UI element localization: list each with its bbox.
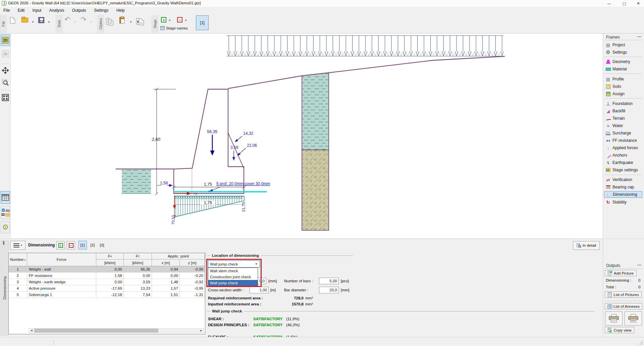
col-header-number[interactable]: Number▴ [9,253,27,266]
remove-stage-caret[interactable]: ▾ [185,19,186,22]
frames-item-earthquake[interactable]: ↯Earthquake [604,159,642,166]
dropdown-option-wall-jump[interactable]: Wall jump check [208,280,258,286]
undo-caret[interactable]: ▾ [74,20,76,23]
col-header-applic-point[interactable]: Applic. point [152,253,205,260]
add-dimensioning-button[interactable]: + [56,241,65,249]
table-horizontal-scrollbar[interactable]: ◀ ▶ [29,328,204,333]
frames-item-dimensioning[interactable]: ∟Dimensioning [604,191,642,198]
col-header-z[interactable]: z [m] [180,260,205,266]
paste-caret[interactable]: ▾ [130,20,131,23]
col-header-fz[interactable]: Fz [124,253,152,260]
annotation-settings-button[interactable]: Ab [1,206,10,219]
view-2d-button[interactable]: 2D [1,35,10,46]
menu-edit[interactable]: Edit [14,7,28,14]
frames-item-stability[interactable]: ↻Stability [604,199,642,206]
save-caret[interactable]: ▾ [48,20,50,23]
table-row[interactable]: 2FF resistance1,580,000,00-0,20 [9,273,205,279]
diameter-field[interactable]: 20,0 [319,287,339,293]
undo-button[interactable]: ↶ [64,16,70,23]
frames-item-verification[interactable]: ⇄Verification [604,176,642,183]
print-picture-button[interactable] [625,311,642,326]
redo-button[interactable]: ↷ [80,16,87,23]
stage-tab-1[interactable]: [1] [78,241,87,249]
menu-analysis[interactable]: Analysis [46,7,68,14]
frames-item-anchors[interactable]: Anchors [604,152,642,159]
dropdown-option-wall-stem[interactable]: Wall stem check [208,268,258,274]
frames-item-geometry[interactable]: Geometry [604,58,642,65]
redo-caret[interactable]: ▾ [91,20,92,23]
frames-item-backfill[interactable]: ◢Backfill [604,108,642,114]
panel-pin-icon[interactable] [3,241,4,245]
frames-item-ff-resistance[interactable]: ↤FF resistance [604,137,642,144]
view-3d-button[interactable]: 3D [1,49,10,59]
scrollbar-thumb[interactable] [34,329,158,333]
copy-picture-button[interactable] [136,17,144,25]
side-tab-dimensioning[interactable]: Dimensioning [1,240,9,336]
frames-item-project[interactable]: ▤Project [604,42,642,48]
drawing-canvas[interactable]: 2,60 56,35 3,59 14,32 22,06 1,58 1,75 5 … [11,34,603,238]
add-picture-button[interactable]: Add Picture [605,270,637,276]
scroll-left-icon[interactable]: ◀ [29,329,34,333]
paste-button[interactable] [119,17,124,23]
open-file-caret[interactable]: ▾ [32,20,34,23]
maximize-button[interactable]: ▢ [618,0,631,7]
table-row[interactable]: 5Sobrecarga 1-12,187,541,51-1,31 [9,292,205,298]
frames-item-stage-settings[interactable]: 12Stage settings [604,167,642,173]
save-button[interactable] [38,17,44,23]
stage-names-button[interactable]: Stage names [160,26,188,30]
add-stage-button[interactable]: + [161,17,166,22]
col-header-fx[interactable]: Fx [96,253,124,260]
close-button[interactable]: ✕ [633,0,644,7]
list-of-annexes-button[interactable]: List of Annexes [605,303,642,309]
zoom-window-button[interactable] [1,78,10,87]
copy-view-button[interactable]: Copy view [605,327,634,333]
minimize-button[interactable]: — [602,0,616,7]
add-stage-caret[interactable]: ▾ [169,19,170,22]
frames-item-soils[interactable]: Soils [604,83,642,90]
table-view-button[interactable] [1,191,10,204]
frames-item-material[interactable]: Material [604,66,642,72]
scroll-right-icon[interactable]: ▶ [199,329,204,333]
open-file-button[interactable] [21,18,28,22]
table-row[interactable]: 4Active pressure-17,6513,231,57-0,95 [9,285,205,292]
fit-view-button[interactable] [1,93,10,103]
width-field[interactable]: 1,00 [250,287,269,293]
dimensioning-list-button[interactable]: ▾ [10,241,25,250]
pan-tool-button[interactable] [1,66,10,75]
frames-item-bearing-cap[interactable]: Bearing cap. [604,184,642,190]
bars-field[interactable]: 5,00 [319,278,339,284]
remove-stage-button[interactable]: − [177,17,182,22]
in-detail-button[interactable]: In detail [573,241,600,250]
frames-item-profile[interactable]: ▤Profile [604,76,642,82]
col-header-x[interactable]: x [m] [152,260,180,266]
frames-item-settings[interactable]: ⚙Settings [604,49,642,56]
menu-file[interactable]: File [0,7,13,14]
frames-item-assign[interactable]: Assign [604,91,642,97]
new-file-button[interactable] [10,17,15,23]
active-stage-button[interactable]: [1] [196,15,209,30]
menu-input[interactable]: Input [29,7,45,14]
dropdown-option-construction-joint[interactable]: Construction joint check [208,274,258,280]
frames-item-water[interactable]: ≈Water [604,122,642,129]
menu-settings[interactable]: Settings [91,7,112,14]
frames-item-terrain[interactable]: Terrain [604,115,642,122]
table-row[interactable]: 1Weight - wall0,0056,350,94-0,99 [9,266,205,273]
frames-item-applied-forces[interactable]: ↓Applied forces [604,145,642,151]
location-dropdown[interactable]: Wall jump check ▼ [208,261,260,268]
menu-outputs[interactable]: Outputs [69,7,90,14]
resize-grip[interactable] [638,340,643,345]
remove-dimensioning-button[interactable]: − [67,241,75,249]
print-document-button[interactable] [605,311,623,326]
frames-minimize-button[interactable]: — [637,34,641,39]
menu-help[interactable]: Help [113,7,128,14]
stage-tab-2[interactable]: [2] [88,241,97,249]
frames-item-foundation[interactable]: ⊥Foundation [604,100,642,107]
list-of-pictures-button[interactable]: List of Pictures [605,291,642,298]
drawing-settings-button[interactable]: ⚙ [1,221,10,233]
copy-button[interactable] [106,17,113,25]
stage-tab-3[interactable]: [3] [98,241,106,249]
outputs-minimize-button[interactable]: — [637,263,641,267]
frames-item-surcharge[interactable]: Surcharge [604,130,642,136]
col-header-force[interactable]: Force [27,253,96,266]
table-row[interactable]: 3Weight - earth wedge0,003,591,48-0,92 [9,279,205,285]
